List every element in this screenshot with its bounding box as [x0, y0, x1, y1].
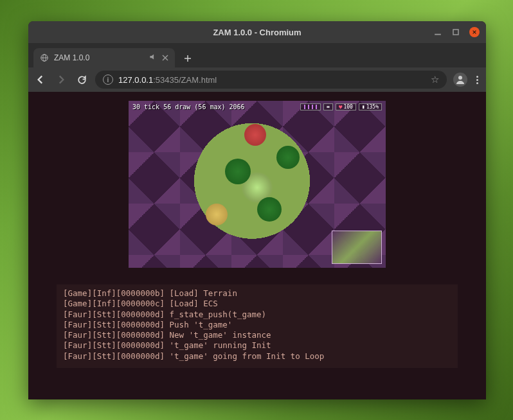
minimize-button[interactable]: [433, 28, 442, 37]
game-canvas[interactable]: 30 tick 56 draw (56 max) 2066 ≡ ♥100 ▮ 1…: [129, 101, 386, 268]
window-controls: [433, 27, 480, 37]
hud-hp: ♥100: [336, 103, 356, 110]
address-bar[interactable]: i 127.0.0.1:53435/ZAM.html ☆: [95, 71, 447, 89]
browser-tab[interactable]: ZAM 1.0.0: [33, 48, 175, 67]
game-sprite: [244, 124, 266, 146]
tab-close-icon[interactable]: [162, 53, 168, 63]
close-button[interactable]: [469, 27, 480, 37]
game-sprite: [257, 197, 282, 222]
browser-window: ZAM 1.0.0 - Chromium ZAM 1.0.0: [28, 21, 486, 399]
window-titlebar[interactable]: ZAM 1.0.0 - Chromium: [28, 21, 486, 43]
hud-debug-text: 30 tick 56 draw (56 max) 2066: [132, 103, 245, 110]
browser-menu-button[interactable]: [474, 76, 481, 84]
mute-icon[interactable]: [148, 53, 157, 63]
bookmark-icon[interactable]: ☆: [431, 74, 439, 85]
heart-icon: ♥: [339, 104, 342, 110]
url-text: 127.0.0.1:53435/ZAM.html: [118, 75, 426, 85]
maximize-button[interactable]: [451, 28, 460, 37]
tab-strip: ZAM 1.0.0: [28, 43, 486, 67]
hud-status-bar: ≡ ♥100 ▮ 135%: [300, 103, 382, 110]
console-output[interactable]: [Game][Inf][0000000b] [Load] Terrain [Ga…: [57, 284, 458, 368]
page-viewport: 30 tick 56 draw (56 max) 2066 ≡ ♥100 ▮ 1…: [28, 92, 486, 399]
globe-icon: [40, 53, 49, 62]
tab-title: ZAM 1.0.0: [54, 53, 143, 62]
profile-avatar[interactable]: [453, 73, 467, 87]
browser-toolbar: i 127.0.0.1:53435/ZAM.html ☆: [28, 67, 486, 92]
hud-bars-icon-2: ≡: [323, 103, 333, 110]
forward-button[interactable]: [54, 73, 68, 87]
minimap: [332, 231, 382, 264]
svg-rect-1: [453, 30, 458, 35]
new-tab-button[interactable]: [179, 49, 197, 67]
game-sprite: [206, 204, 228, 225]
hud-energy: ▮ 135%: [359, 103, 382, 110]
svg-point-11: [458, 76, 462, 80]
window-title: ZAM 1.0.0 - Chromium: [28, 28, 486, 37]
reload-button[interactable]: [75, 73, 89, 87]
game-sprite: [225, 159, 251, 184]
hud-bars-icon: [300, 103, 321, 110]
site-info-icon[interactable]: i: [103, 74, 113, 85]
back-button[interactable]: [33, 73, 48, 87]
game-sprite: [276, 146, 300, 169]
